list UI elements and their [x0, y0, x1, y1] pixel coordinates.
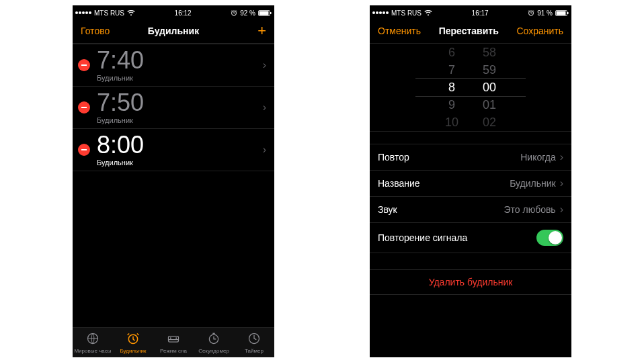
alarm-label: Будильник — [97, 74, 263, 82]
timer-icon — [247, 332, 261, 347]
done-button[interactable]: Готово — [81, 26, 121, 36]
tab-stopwatch[interactable]: Секундомер — [194, 328, 234, 357]
picker-value: 01 — [483, 96, 496, 114]
svg-rect-6 — [169, 336, 179, 341]
chevron-right-icon: › — [263, 59, 266, 71]
alarm-list: 7:40Будильник›7:50Будильник›8:00Будильни… — [73, 44, 274, 171]
alarm-time: 8:00 — [97, 133, 263, 157]
tab-label: Будильник — [120, 348, 146, 354]
chevron-right-icon: › — [560, 203, 563, 216]
repeat-row[interactable]: Повтор Никогда› — [370, 144, 571, 171]
chevron-right-icon: › — [560, 151, 563, 163]
carrier-label: MTS RUS — [94, 9, 124, 17]
tab-label: Таймер — [245, 348, 264, 354]
alarm-row[interactable]: 7:40Будильник› — [73, 44, 274, 87]
snooze-label: Повторение сигнала — [378, 232, 467, 243]
delete-alarm-button[interactable]: Удалить будильник — [370, 269, 571, 295]
alarm-label: Будильник — [97, 159, 263, 167]
alarm-settings: Повтор Никогда› Название Будильник› Звук… — [370, 144, 571, 253]
name-value: Будильник — [510, 178, 556, 189]
add-alarm-button[interactable]: + — [257, 22, 266, 39]
sound-row[interactable]: Звук Это любовь› — [370, 197, 571, 223]
svg-rect-2 — [259, 11, 269, 15]
sound-label: Звук — [378, 204, 397, 215]
stopwatch-icon — [207, 332, 220, 347]
alarm-label: Будильник — [97, 116, 263, 124]
signal-icon — [372, 11, 389, 14]
time-picker[interactable]: 567891011 57585900010203 — [370, 44, 571, 132]
alarm-clock-icon — [126, 332, 140, 347]
wifi-icon — [127, 10, 135, 16]
clock-label: 16:12 — [135, 9, 231, 17]
name-row[interactable]: Название Будильник› — [370, 171, 571, 197]
name-label: Название — [378, 178, 420, 189]
picker-value: 6 — [448, 44, 455, 61]
wifi-icon — [424, 10, 432, 16]
picker-value: 11 — [445, 131, 458, 132]
battery-icon — [258, 10, 272, 16]
tab-world-clock[interactable]: Мировые часы — [73, 328, 113, 357]
sound-value: Это любовь — [504, 204, 555, 215]
picker-value: 03 — [483, 131, 496, 132]
picker-minutes-column[interactable]: 57585900010203 — [471, 44, 508, 131]
picker-hours-column[interactable]: 567891011 — [433, 44, 471, 131]
tab-alarm[interactable]: Будильник — [113, 328, 153, 357]
tab-label: Секундомер — [198, 348, 229, 354]
picker-value: 7 — [448, 61, 455, 79]
alarm-row[interactable]: 7:50Будильник› — [73, 87, 274, 129]
delete-alarm-icon[interactable] — [78, 101, 90, 114]
picker-value: 00 — [483, 79, 496, 96]
svg-rect-12 — [557, 11, 566, 15]
navbar-alarm-edit: Отменить Переставить Сохранить — [370, 19, 571, 44]
delete-alarm-icon[interactable] — [78, 59, 90, 71]
delete-alarm-icon[interactable] — [78, 144, 90, 156]
chevron-right-icon: › — [560, 177, 563, 189]
tab-label: Режим сна — [160, 348, 187, 354]
alarm-status-icon — [528, 9, 534, 16]
page-title: Переставить — [421, 26, 516, 36]
signal-icon — [75, 11, 91, 14]
picker-value: 58 — [483, 44, 496, 61]
svg-rect-13 — [567, 12, 569, 14]
globe-icon — [86, 332, 99, 347]
carrier-label: MTS RUS — [391, 9, 421, 17]
status-bar: MTS RUS 16:17 91 % — [370, 5, 571, 19]
picker-value: 59 — [483, 61, 496, 79]
svg-rect-3 — [270, 12, 272, 14]
alarm-status-icon — [231, 9, 237, 16]
alarm-time: 7:40 — [97, 48, 263, 73]
page-title: Будильник — [121, 26, 226, 36]
tab-label: Мировые часы — [74, 348, 111, 354]
phone-alarm-list: MTS RUS 16:12 92 % Готово Будильник + 7:… — [73, 5, 274, 357]
status-bar: MTS RUS 16:12 92 % — [73, 5, 274, 19]
navbar-alarm-list: Готово Будильник + — [73, 19, 274, 44]
battery-label: 91 % — [537, 9, 553, 17]
phone-alarm-edit: MTS RUS 16:17 91 % Отменить Переставить … — [370, 5, 571, 357]
snooze-toggle[interactable] — [536, 230, 563, 246]
picker-value: 9 — [448, 96, 455, 114]
svg-rect-8 — [212, 332, 214, 334]
chevron-right-icon: › — [263, 144, 266, 156]
bed-icon — [167, 332, 180, 347]
alarm-time: 7:50 — [97, 91, 263, 115]
clock-label: 16:17 — [432, 9, 528, 17]
tab-timer[interactable]: Таймер — [234, 328, 274, 357]
alarm-row[interactable]: 8:00Будильник› — [73, 129, 274, 171]
snooze-row: Повторение сигнала — [370, 223, 571, 253]
repeat-label: Повтор — [378, 152, 409, 163]
save-button[interactable]: Сохранить — [516, 26, 563, 36]
repeat-value: Никогда — [520, 152, 555, 163]
picker-value: 10 — [445, 114, 458, 131]
tab-bar: Мировые часыБудильникРежим снаСекундомер… — [73, 327, 274, 357]
cancel-button[interactable]: Отменить — [378, 26, 421, 36]
battery-icon — [555, 10, 569, 16]
tab-bedtime[interactable]: Режим сна — [153, 328, 194, 357]
picker-value: 02 — [483, 114, 496, 131]
chevron-right-icon: › — [263, 101, 266, 114]
battery-label: 92 % — [240, 9, 255, 17]
picker-value: 8 — [448, 79, 455, 96]
